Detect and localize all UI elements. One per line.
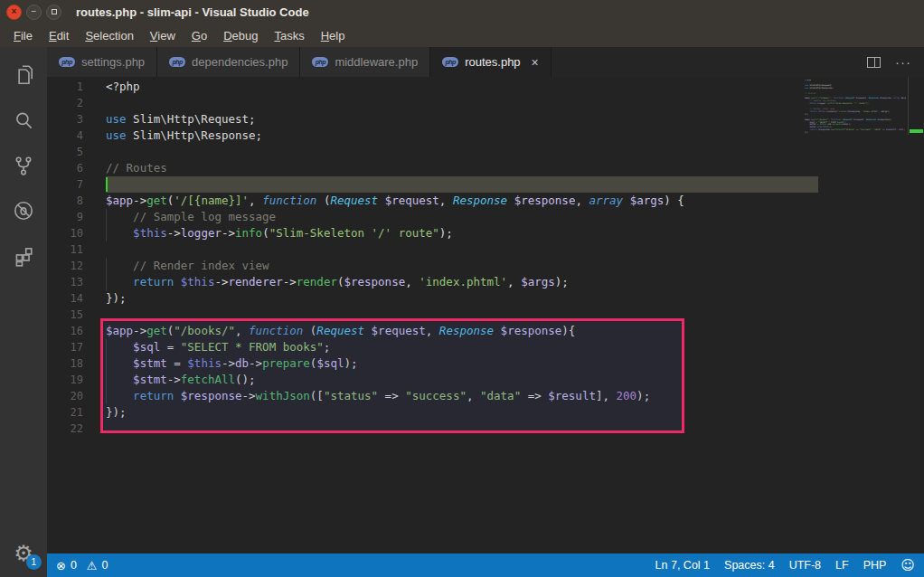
code-line[interactable]: 12 // Render index view: [47, 258, 818, 274]
eol-sequence[interactable]: LF: [835, 559, 849, 572]
code-text: [106, 176, 818, 193]
line-number: 11: [47, 241, 106, 258]
code-line[interactable]: 22: [47, 421, 818, 437]
code-line[interactable]: 9 // Sample log message: [47, 209, 818, 225]
code-text: [106, 307, 818, 323]
indentation[interactable]: Spaces: 4: [724, 559, 775, 572]
code-text: [106, 95, 818, 111]
line-number: 14: [47, 290, 106, 307]
problems-indicator[interactable]: ⊗ 0 ⚠ 0: [56, 559, 108, 572]
code-text: });: [106, 404, 818, 421]
window-controls: × −: [6, 5, 61, 20]
tab-label: middleware.php: [335, 55, 418, 69]
tab-close-icon[interactable]: ×: [532, 56, 539, 69]
activity-bar: ⚙ 1: [0, 47, 47, 577]
code-text: [106, 421, 818, 437]
explorer-icon[interactable]: [0, 52, 47, 98]
search-icon[interactable]: [0, 98, 47, 143]
code-text: use Slim\Http\Request;: [106, 111, 818, 128]
line-number: 22: [47, 421, 106, 437]
menu-tasks[interactable]: Tasks: [266, 26, 312, 45]
code-line[interactable]: 13 return $this->renderer->render($respo…: [47, 274, 818, 290]
error-count: 0: [71, 559, 77, 572]
status-bar: ⊗ 0 ⚠ 0 Ln 7, Col 1 Spaces: 4 UTF-8 LF P…: [47, 553, 924, 577]
code-line[interactable]: 2: [47, 95, 818, 111]
line-number: 7: [47, 176, 106, 193]
code-line[interactable]: 16$app->get("/books/", function (Request…: [47, 323, 818, 339]
tab-routes.php[interactable]: phproutes.php×: [430, 47, 552, 77]
line-number: 6: [47, 160, 106, 176]
maximize-window-icon[interactable]: [46, 5, 61, 20]
tab-settings.php[interactable]: phpsettings.php: [47, 47, 157, 77]
close-window-icon[interactable]: ×: [6, 5, 22, 20]
code-line[interactable]: 7: [47, 176, 818, 193]
tab-label: settings.php: [81, 55, 145, 69]
code-line[interactable]: 1<?php: [47, 79, 818, 95]
window-title: routes.php - slim-api - Visual Studio Co…: [76, 5, 309, 19]
language-mode[interactable]: PHP: [863, 559, 887, 572]
menu-debug[interactable]: Debug: [215, 26, 266, 45]
vscode-window: × − routes.php - slim-api - Visual Studi…: [0, 0, 924, 577]
line-number: 5: [47, 144, 106, 160]
code-line[interactable]: 6// Routes: [47, 160, 818, 176]
tab-dependencies.php[interactable]: phpdependencies.php: [157, 47, 300, 77]
tab-label: dependencies.php: [192, 55, 288, 69]
line-number: 18: [47, 355, 106, 372]
minimap[interactable]: <?php use Slim\Http\Request;use Slim\Htt…: [805, 80, 906, 145]
line-number: 10: [47, 225, 106, 241]
code-text: return $this->renderer->render($response…: [106, 274, 818, 290]
menu-go[interactable]: Go: [184, 26, 215, 45]
split-editor-icon[interactable]: [867, 57, 881, 68]
code-line[interactable]: 17 $sql = "SELECT * FROM books";: [47, 339, 818, 355]
code-line[interactable]: 19 $stmt->fetchAll();: [47, 372, 818, 388]
code-line[interactable]: 10 $this->logger->info("Slim-Skeleton '/…: [47, 225, 818, 241]
error-icon: ⊗: [56, 559, 66, 572]
php-file-icon: php: [442, 57, 458, 67]
line-number: 2: [47, 95, 106, 111]
source-control-icon[interactable]: [0, 143, 47, 188]
code-line[interactable]: 4use Slim\Http\Response;: [47, 128, 818, 144]
minimize-window-icon[interactable]: −: [26, 5, 42, 20]
menu-file[interactable]: File: [5, 26, 41, 45]
title-bar: × − routes.php - slim-api - Visual Studi…: [0, 0, 924, 24]
settings-badge: 1: [26, 554, 42, 570]
code-editor[interactable]: 1<?php23use Slim\Http\Request;4use Slim\…: [47, 77, 924, 553]
php-file-icon: php: [169, 57, 185, 67]
line-number: 21: [47, 404, 106, 421]
tab-middleware.php[interactable]: phpmiddleware.php: [300, 47, 430, 77]
code-line[interactable]: 20 return $response->withJson(["status" …: [47, 388, 818, 404]
code-line[interactable]: 14});: [47, 290, 818, 307]
code-line[interactable]: 3use Slim\Http\Request;: [47, 111, 818, 128]
cursor-position[interactable]: Ln 7, Col 1: [655, 559, 710, 572]
extensions-icon[interactable]: [0, 233, 47, 279]
code-line[interactable]: 8$app->get('/[{name}]', function (Reques…: [47, 193, 818, 209]
code-text: $this->logger->info("Slim-Skeleton '/' r…: [106, 225, 818, 241]
code-line[interactable]: 5: [47, 144, 818, 160]
code-text: // Routes: [106, 160, 818, 176]
code-text: $stmt->fetchAll();: [106, 372, 818, 388]
debug-icon[interactable]: [0, 188, 47, 233]
feedback-smiley-icon[interactable]: ☺: [900, 557, 915, 573]
code-line[interactable]: 11: [47, 241, 818, 258]
code-text: // Render index view: [106, 258, 818, 274]
code-text: });: [106, 290, 818, 307]
settings-button[interactable]: ⚙ 1: [14, 541, 33, 566]
code-text: [106, 144, 818, 160]
code-text: // Sample log message: [106, 209, 818, 225]
code-line[interactable]: 18 $stmt = $this->db->prepare($sql);: [47, 355, 818, 372]
code-text: $stmt = $this->db->prepare($sql);: [106, 355, 818, 372]
encoding[interactable]: UTF-8: [789, 559, 821, 572]
menu-edit[interactable]: Edit: [41, 26, 77, 45]
line-number: 4: [47, 128, 106, 144]
menu-view[interactable]: View: [142, 26, 184, 45]
code-text: [106, 241, 818, 258]
code-line[interactable]: 15: [47, 307, 818, 323]
warning-count: 0: [102, 559, 108, 572]
php-file-icon: php: [59, 57, 75, 67]
code-line[interactable]: 21});: [47, 404, 818, 421]
menu-help[interactable]: Help: [313, 26, 354, 45]
more-actions-icon[interactable]: ···: [895, 60, 911, 65]
code-text: return $response->withJson(["status" => …: [106, 388, 818, 404]
menu-selection[interactable]: Selection: [77, 26, 141, 45]
tab-label: routes.php: [465, 55, 520, 69]
